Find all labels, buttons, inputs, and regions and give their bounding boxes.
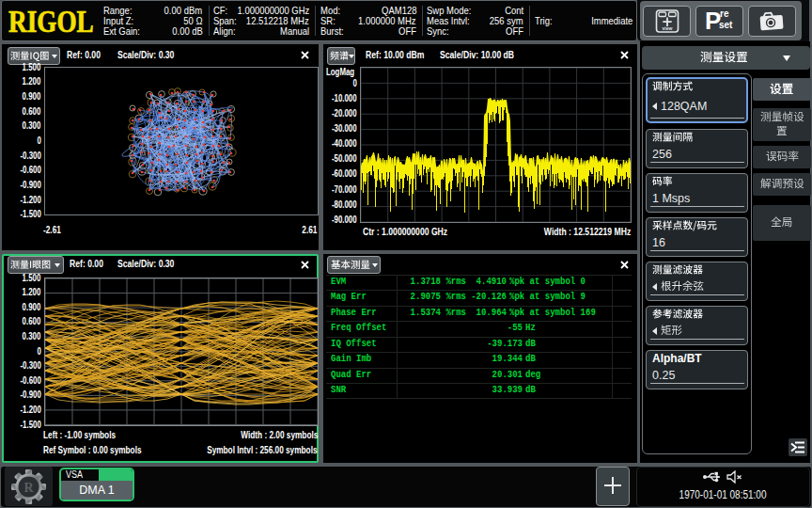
svg-text:R: R — [23, 481, 34, 495]
svg-text:view: view — [663, 25, 673, 31]
